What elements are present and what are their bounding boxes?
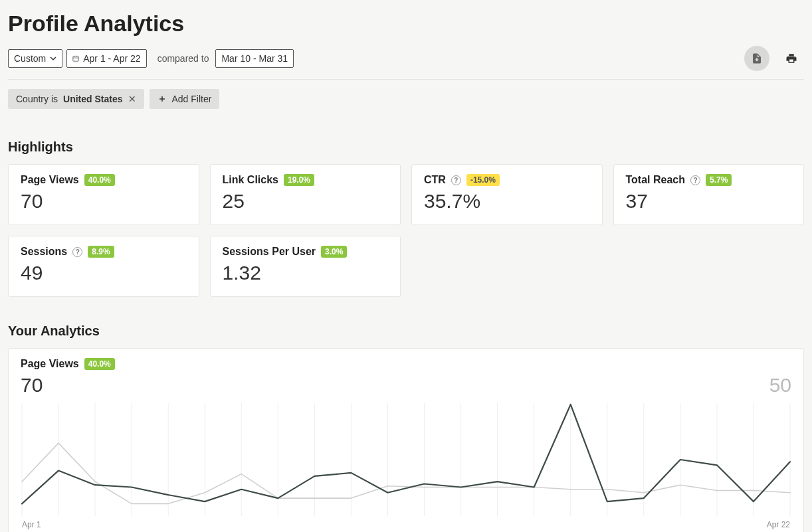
analytics-heading: Your Analytics [8,323,804,339]
help-icon[interactable]: ? [72,247,82,257]
highlights-grid: Page Views 40.0% 70 Link Clicks 19.0% 25… [8,164,804,297]
file-download-icon [751,52,763,64]
card-title-label: CTR [424,174,446,186]
filter-bar: Country is United States ✕ ＋ Add Filter [8,80,804,113]
help-icon[interactable]: ? [451,175,461,185]
filter-chip-country[interactable]: Country is United States ✕ [8,89,144,109]
delta-badge: 40.0% [84,174,115,186]
date-range-select-label: Custom [14,53,46,64]
card-value: 49 [21,262,187,284]
page-views-chart[interactable] [21,403,791,516]
highlights-heading: Highlights [8,139,804,155]
compare-range-picker[interactable]: Mar 10 - Mar 31 [215,49,294,68]
card-total-reach[interactable]: Total Reach ? 5.7% 37 [613,164,805,225]
delta-badge: 5.7% [706,174,732,186]
add-filter-button[interactable]: ＋ Add Filter [150,89,220,109]
card-value: 35.7% [424,190,590,213]
calendar-icon [72,55,79,62]
card-page-views[interactable]: Page Views 40.0% 70 [8,164,199,225]
panel-value-current: 70 [21,374,115,397]
analytics-panel: Page Views 40.0% 70 50 Apr 1 Apr 22 [8,348,804,532]
card-link-clicks[interactable]: Link Clicks 19.0% 25 [210,164,401,225]
toolbar: Custom Apr 1 - Apr 22 compared to Mar 10… [8,46,804,80]
card-sessions[interactable]: Sessions ? 8.9% 49 [8,236,199,297]
chevron-down-icon [50,55,56,62]
delta-badge: 3.0% [321,246,347,258]
add-filter-label: Add Filter [172,94,212,104]
filter-chip-value: United States [63,94,122,104]
card-title-label: Total Reach [626,174,686,186]
card-title-label: Sessions Per User [223,246,316,258]
export-button[interactable] [744,46,769,71]
card-title-label: Link Clicks [223,174,278,186]
date-range-select[interactable]: Custom [8,49,62,68]
delta-badge: 19.0% [284,174,314,186]
panel-title: Page Views [21,358,79,370]
panel-value-compare: 50 [769,374,791,397]
close-icon[interactable]: ✕ [128,94,136,104]
filter-chip-prefix: Country is [16,94,58,104]
page-title: Profile Analytics [8,11,804,37]
compare-range-value: Mar 10 - Mar 31 [221,53,288,64]
delta-badge: 8.9% [88,246,114,258]
card-title-label: Page Views [21,174,79,186]
svg-rect-0 [73,56,78,62]
chart-x-end: Apr 22 [767,520,790,529]
card-value: 70 [21,190,187,213]
card-value: 25 [223,190,389,213]
card-title-label: Sessions [21,246,67,258]
print-icon [785,52,797,64]
help-icon[interactable]: ? [690,175,700,185]
card-value: 1.32 [223,262,389,284]
card-value: 37 [626,190,792,213]
card-ctr[interactable]: CTR ? -15.0% 35.7% [411,164,603,225]
card-sessions-per-user[interactable]: Sessions Per User 3.0% 1.32 [210,236,401,297]
compared-to-label: compared to [157,53,209,64]
print-button[interactable] [779,46,804,71]
plus-icon: ＋ [157,93,167,105]
delta-badge: -15.0% [466,174,500,186]
date-range-value: Apr 1 - Apr 22 [83,53,140,64]
date-range-picker[interactable]: Apr 1 - Apr 22 [66,49,146,68]
chart-x-start: Apr 1 [22,520,41,529]
delta-badge: 40.0% [84,358,115,370]
